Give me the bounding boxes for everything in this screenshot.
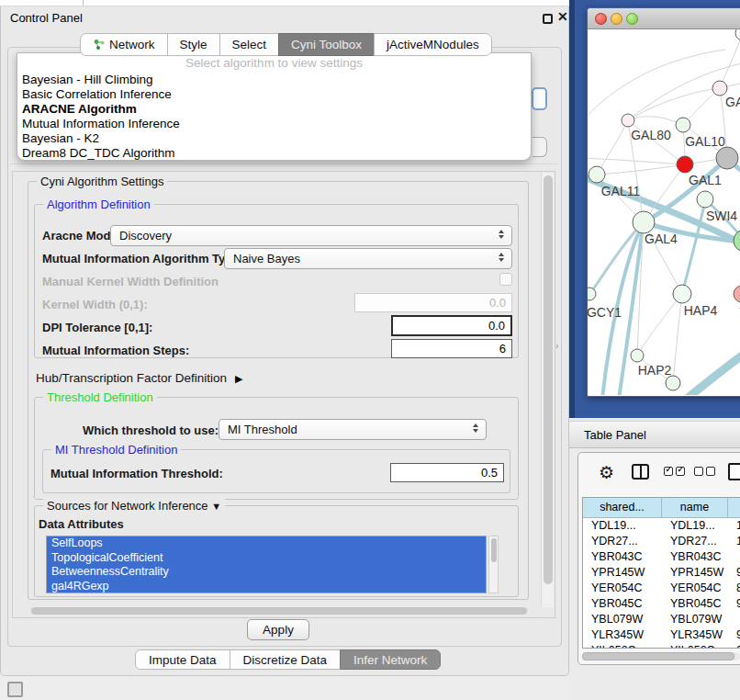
tab-label: Cyni Toolbox <box>291 38 362 51</box>
network-canvas[interactable]: GALGAL80GAL10GAL1GAL11SWI4GAL4GCY1HAP4YH… <box>588 29 740 395</box>
algorithm-option[interactable]: Bayesian - K2 <box>17 131 531 146</box>
node-label: GAL11 <box>601 184 641 198</box>
tab-network[interactable]: Network <box>80 33 168 56</box>
group-title: Threshold Definition <box>43 390 157 404</box>
collapsed-arrow-icon: ▶ <box>235 373 242 385</box>
network-node-hap4[interactable] <box>673 285 691 303</box>
data-attributes-list[interactable]: SelfLoopsTopologicalCoefficientBetweenne… <box>46 536 487 593</box>
which-threshold-select[interactable]: MI Threshold <box>219 419 487 440</box>
tab-infer-network[interactable]: Infer Network <box>340 649 441 670</box>
table-cell: YER054C <box>662 581 728 596</box>
mi-steps-field[interactable]: 6 <box>391 339 512 358</box>
algorithm-option[interactable]: ARACNE Algorithm <box>17 102 531 117</box>
float-window-icon[interactable] <box>543 14 553 24</box>
network-node-gal4[interactable] <box>633 211 655 233</box>
close-icon[interactable]: ✕ <box>557 9 568 24</box>
table-body[interactable]: YDL19...YDL19...13YDR27...YDR27...12YBR0… <box>583 518 740 649</box>
tab-cyni-toolbox[interactable]: Cyni Toolbox <box>278 33 375 56</box>
table-row[interactable]: YDL19...YDL19...13 <box>583 518 740 534</box>
tab-impute-data[interactable]: Impute Data <box>135 649 230 670</box>
network-edge <box>597 164 685 175</box>
zoom-traffic-light[interactable] <box>626 13 638 25</box>
column-header[interactable]: shared... <box>583 498 662 518</box>
network-node-gal80[interactable] <box>622 114 634 127</box>
mi-threshold-field[interactable]: 0.5 <box>390 463 504 482</box>
attribute-table[interactable]: shared...nameA YDL19...YDL19...13YDR27..… <box>582 497 740 649</box>
minimize-traffic-light[interactable] <box>611 13 622 25</box>
table-row[interactable]: YER054CYER054C8. <box>583 581 740 596</box>
table-row[interactable]: YBR045CYBR045C9. <box>583 596 740 612</box>
close-traffic-light[interactable] <box>595 13 607 25</box>
column-header[interactable]: name <box>662 498 728 518</box>
export-table-icon[interactable] <box>728 463 740 480</box>
network-edge <box>597 120 628 175</box>
network-node-y[interactable] <box>734 286 740 302</box>
select-none-icon[interactable] <box>694 467 715 476</box>
network-node-gcy1[interactable] <box>588 288 596 300</box>
tab-jactivemnodules[interactable]: jActiveMNodules <box>374 33 492 56</box>
algorithm-option[interactable]: Dream8 DC_TDC Algorithm <box>17 146 531 161</box>
network-node[interactable] <box>734 230 740 252</box>
table-horizontal-scrollbar[interactable] <box>582 652 740 660</box>
network-view-window[interactable]: GALGAL80GAL10GAL1GAL11SWI4GAL4GCY1HAP4YH… <box>587 7 740 397</box>
network-node-gal[interactable] <box>712 81 727 96</box>
attribute-item[interactable]: gal4RGexp <box>47 580 486 593</box>
scrollbar-thumb[interactable] <box>582 652 734 660</box>
kernel-width-field[interactable]: 0.0 <box>354 293 512 312</box>
panel-resize-handle[interactable]: › <box>555 341 558 351</box>
scrollbar-thumb[interactable] <box>491 538 497 562</box>
network-node-gal1[interactable] <box>677 156 693 173</box>
attribute-item[interactable]: BetweennessCentrality <box>47 565 486 580</box>
aracne-mode-select[interactable]: Discovery <box>110 225 512 246</box>
network-edge <box>687 345 740 395</box>
horizontal-scrollbar[interactable] <box>31 607 527 615</box>
table-row[interactable]: YPR145WYPR145W9. <box>583 565 740 581</box>
algorithm-option[interactable]: Mutual Information Inference <box>17 117 531 131</box>
tab-select[interactable]: Select <box>219 33 280 56</box>
settings-gear-icon[interactable]: ⚙ <box>599 462 614 483</box>
network-graph[interactable]: GALGAL80GAL10GAL1GAL11SWI4GAL4GCY1HAP4YH… <box>588 29 740 395</box>
network-node-hap2[interactable] <box>631 349 644 362</box>
table-row[interactable]: YIL052CYIL052C0. <box>583 643 740 649</box>
network-window-titlebar[interactable] <box>588 8 740 29</box>
network-node[interactable] <box>716 147 738 169</box>
tab-discretize-data[interactable]: Discretize Data <box>230 649 342 670</box>
table-row[interactable]: YLR345WYLR345W9. <box>583 627 740 643</box>
node-label: GAL4 <box>645 231 678 246</box>
manual-kernel-width-checkbox[interactable] <box>499 273 512 286</box>
network-node-gal11[interactable] <box>589 166 605 183</box>
table-cell: YDL19... <box>583 518 662 534</box>
dpi-tolerance-field[interactable]: 0.0 <box>391 315 512 336</box>
attribute-item[interactable]: SelfLoops <box>47 536 486 551</box>
divider <box>10 164 557 164</box>
right-workspace: GALGAL80GAL10GAL1GAL11SWI4GAL4GCY1HAP4YH… <box>569 0 740 700</box>
mi-algorithm-type-label: Mutual Information Algorithm Type: <box>42 252 243 265</box>
network-node-swi4[interactable] <box>697 191 713 208</box>
select-all-icon[interactable] <box>664 467 685 476</box>
scrollbar-thumb[interactable] <box>31 607 527 615</box>
table-panel-title: Table Panel <box>569 421 740 448</box>
algorithm-option[interactable]: Basic Correlation Inference <box>17 87 531 102</box>
network-node[interactable] <box>735 29 740 40</box>
network-node-gal10[interactable] <box>676 118 690 132</box>
network-edge <box>673 294 682 383</box>
column-header[interactable]: A <box>728 498 740 518</box>
tab-style[interactable]: Style <box>167 33 220 56</box>
attribute-item[interactable]: TopologicalCoefficient <box>47 551 486 566</box>
hub-factor-expander[interactable]: Hub/Transcription Factor Definition▶ <box>36 371 243 385</box>
vertical-scrollbar[interactable] <box>541 173 554 607</box>
network-node[interactable] <box>666 376 680 390</box>
spinner-arrows-icon <box>473 423 478 433</box>
minimized-widget[interactable] <box>7 682 23 697</box>
columns-icon[interactable] <box>632 464 649 480</box>
table-row[interactable]: YBR043CYBR043C <box>583 549 740 565</box>
table-header[interactable]: shared...nameA <box>583 498 740 518</box>
mi-algorithm-type-select[interactable]: Naive Bayes <box>224 248 512 269</box>
algorithm-option[interactable]: Bayesian - Hill Climbing <box>17 73 531 87</box>
table-row[interactable]: YBL079WYBL079W <box>583 612 740 627</box>
table-cell: YBR045C <box>583 596 662 612</box>
list-scrollbar[interactable] <box>488 536 499 593</box>
scrollbar-thumb[interactable] <box>544 175 553 584</box>
table-row[interactable]: YDR27...YDR27...12 <box>583 534 740 549</box>
apply-button[interactable]: Apply <box>247 619 309 640</box>
